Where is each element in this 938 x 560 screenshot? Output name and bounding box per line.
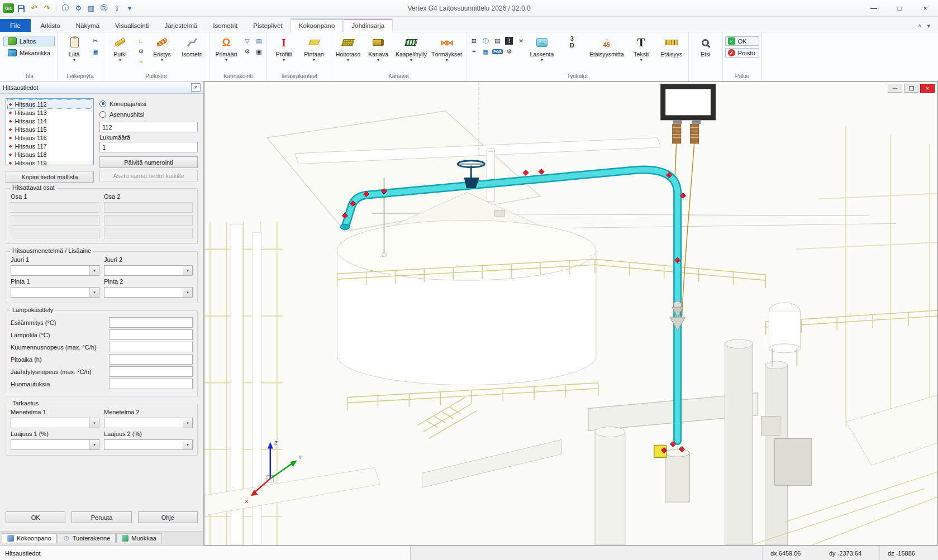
ok-button[interactable]: ✓ OK (725, 36, 760, 46)
close-button[interactable]: × (912, 0, 938, 16)
support-card-icon[interactable]: ▤ (254, 36, 264, 45)
mekaniikka-button[interactable]: Mekaniikka (3, 47, 55, 58)
paivita-numerointi-button[interactable]: Päivitä numerointi (99, 156, 198, 168)
liita-button[interactable]: Liitä ▾ (60, 33, 89, 73)
putki-button[interactable]: Putki ▾ (106, 33, 135, 73)
undo-icon[interactable]: ↶ (28, 3, 40, 14)
tab-muokkaa-panel[interactable]: Muokkaa (116, 533, 162, 543)
hoitotaso-button[interactable]: Hoitotaso ▾ (334, 33, 363, 73)
pitoaika-input[interactable] (109, 354, 193, 365)
tab-jarjestelma[interactable]: Järjestelmä (156, 19, 205, 32)
laskenta-button[interactable]: → Laskenta ▾ (527, 33, 556, 73)
list-item[interactable]: ◆Hitsaus 118 (8, 150, 92, 159)
laajuus1-select[interactable]: ▾ (11, 439, 99, 450)
warning-icon[interactable]: ! (504, 36, 515, 45)
etaisyys-button[interactable]: Etäisyys (657, 33, 686, 73)
list-item[interactable]: ◆Hitsaus 117 (8, 142, 92, 150)
maximize-button[interactable]: □ (887, 0, 912, 16)
juuri1-select[interactable]: ▾ (11, 265, 99, 276)
tab-nakyma[interactable]: Näkymä (68, 19, 107, 32)
kuumennusnopeus-input[interactable] (109, 342, 193, 352)
primaari-button[interactable]: Ω Primääri ▾ (212, 33, 241, 73)
pinta2-select[interactable]: ▾ (104, 287, 193, 298)
weld-list[interactable]: ◆Hitsaus 112 ◆Hitsaus 113 ◆Hitsaus 114 ◆… (6, 98, 94, 165)
poistu-button[interactable]: ✗ Poistu (725, 48, 760, 58)
profiili-button[interactable]: ◆I Profiili ▾ (269, 33, 298, 73)
pipe-fitting-gear-icon[interactable]: ⚙ (136, 47, 146, 56)
ok-dialog-button[interactable]: OK (6, 511, 65, 523)
edit-gear-icon[interactable]: ⚙ (504, 47, 515, 56)
minimize-button[interactable]: — (861, 0, 887, 16)
tab-visualisointi[interactable]: Visualisointi (107, 19, 157, 32)
support-panel-icon[interactable]: ▣ (254, 47, 264, 56)
eristys-button[interactable]: Eristys ▾ (147, 33, 177, 73)
save-icon[interactable] (16, 3, 27, 14)
tab-file[interactable]: File (0, 19, 31, 32)
support-settings-icon[interactable]: ⚙ (242, 47, 253, 56)
info-card-icon[interactable]: ⓘ (480, 36, 491, 45)
3d-button[interactable]: 3D (558, 33, 587, 73)
huomautuksia-input[interactable] (109, 379, 193, 389)
kopioi-tiedot-button[interactable]: Kopioi tiedot mallista (6, 171, 94, 183)
esilammitys-input[interactable] (109, 317, 193, 328)
ohje-button[interactable]: Ohje (138, 511, 198, 523)
customize-caret-icon[interactable]: ▾ (124, 3, 135, 14)
jaahdytysnopeus-input[interactable] (109, 366, 193, 377)
viewport-3d-scene[interactable]: Z Y X (204, 82, 937, 545)
weld-number-input[interactable] (99, 122, 198, 132)
tab-johdinsarja[interactable]: Johdinsarja (343, 18, 393, 32)
snap-grid-icon[interactable]: ⊞ (469, 36, 479, 45)
info-icon[interactable]: ⓘ (60, 3, 71, 14)
etaisyysmitta-button[interactable]: ↔45 Etäisyysmitta (588, 33, 626, 73)
card-icon[interactable]: ▤ (492, 36, 503, 45)
juuri2-select[interactable]: ▾ (104, 265, 193, 276)
list-item[interactable]: ◆Hitsaus 112 (8, 100, 92, 108)
tormaykset-button[interactable]: ⋈⋈ Törmäykset ▾ (430, 33, 464, 73)
peruuta-button[interactable]: Peruuta (72, 511, 131, 523)
dialog-title-bar[interactable]: Hitsaustiedot × (0, 82, 203, 94)
pos-tag-icon[interactable]: POS (492, 47, 503, 56)
list-item[interactable]: ◆Hitsaus 113 (8, 108, 92, 117)
teksti-button[interactable]: T Teksti ▾ (627, 33, 656, 73)
display-settings-icon[interactable]: ▥ (85, 3, 97, 14)
ribbon-options-caret-icon[interactable]: ▾ (927, 22, 930, 30)
redo-icon[interactable]: ↷ (41, 3, 53, 14)
konepajahitsi-radio[interactable]: Konepajahitsi (99, 98, 198, 109)
measure-snap-icon[interactable]: + (469, 47, 479, 56)
lukumaara-input[interactable] (99, 142, 198, 152)
kanava-button[interactable]: Kanava ▾ (364, 33, 393, 73)
list-item[interactable]: ◆Hitsaus 116 (8, 133, 92, 142)
tab-arkisto[interactable]: Arkisto (33, 19, 68, 32)
list-item[interactable]: ◆Hitsaus 119 (8, 159, 92, 165)
etsi-button[interactable]: Etsi (691, 33, 720, 73)
viewport-minimize-button[interactable]: — (888, 84, 902, 93)
pipe-elbow-icon[interactable]: ∟ (136, 36, 146, 45)
cut-icon[interactable]: ✂ (90, 36, 101, 45)
tab-pistepilvet[interactable]: Pistepilvet (245, 19, 290, 32)
tab-tuoterakenne-panel[interactable]: ⓘ Tuoterakenne (58, 533, 116, 543)
pinta1-select[interactable]: ▾ (11, 287, 99, 298)
pipe-branch-icon[interactable]: ≈ (136, 58, 146, 66)
redline-icon[interactable]: Ⓡ (98, 3, 109, 14)
dialog-close-button[interactable]: × (191, 83, 201, 92)
viewport-close-button[interactable]: × (920, 84, 935, 93)
asennushitsi-radio[interactable]: Asennushitsi (99, 109, 198, 119)
list-item[interactable]: ◆Hitsaus 115 (8, 125, 92, 133)
lampotila-input[interactable] (109, 329, 193, 340)
settings-gear-icon[interactable]: ⚙ (73, 3, 84, 14)
table-icon[interactable]: ▦ (480, 47, 491, 56)
list-item[interactable]: ◆Hitsaus 114 (8, 117, 92, 125)
menetelma1-select[interactable]: ▾ (11, 418, 99, 428)
pintaan-button[interactable]: Pintaan ▾ (299, 33, 328, 73)
laitos-button[interactable]: Laitos (3, 36, 55, 46)
copy-icon[interactable]: ▣ (90, 47, 101, 56)
menetelma2-select[interactable]: ▾ (104, 418, 193, 428)
support-funnel-icon[interactable]: ▽ (242, 36, 253, 45)
tab-kokoonpano-panel[interactable]: Kokoonpano (2, 533, 57, 543)
isometri-button[interactable]: Isometri (178, 33, 207, 73)
snap-star-icon[interactable]: ✳ (516, 36, 526, 45)
viewport-restore-button[interactable] (904, 84, 918, 93)
tab-isometrit[interactable]: Isometrit (205, 19, 245, 32)
collapse-ribbon-icon[interactable]: ˄ (918, 22, 921, 30)
kaapelihylly-button[interactable]: Kaapelihylly ▾ (394, 33, 428, 73)
